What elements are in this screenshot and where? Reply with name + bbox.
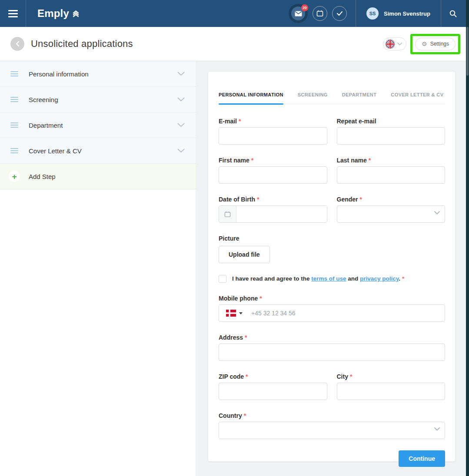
- dob-label: Date of Birth*: [219, 196, 327, 203]
- page-scrollbar[interactable]: [466, 0, 469, 476]
- chevron-down-icon[interactable]: [177, 149, 185, 153]
- required-marker: *: [360, 196, 362, 203]
- date-of-birth-input[interactable]: [236, 206, 327, 222]
- uk-flag-icon: [386, 40, 395, 49]
- application-form-card: PERSONAL INFORMATION SCREENING DEPARTMEN…: [208, 71, 456, 462]
- city-label: City*: [337, 373, 446, 380]
- calendar-picker-icon[interactable]: [219, 206, 236, 222]
- chevron-down-icon: [397, 43, 402, 46]
- upload-file-button[interactable]: Upload file: [219, 246, 270, 263]
- terms-consent-row: I have read and agree to the terms of us…: [219, 274, 445, 283]
- steps-sidebar: Personal information Screening Departmen…: [0, 61, 196, 476]
- required-marker: *: [369, 157, 371, 164]
- logo-text: Emply: [37, 7, 69, 20]
- terms-of-use-link[interactable]: terms of use: [311, 275, 346, 282]
- step-label: Cover Letter & CV: [29, 147, 82, 155]
- drag-handle-icon[interactable]: [10, 97, 18, 102]
- terms-checkbox[interactable]: [219, 275, 226, 283]
- sidebar-item-cover-letter-cv[interactable]: Cover Letter & CV: [0, 138, 196, 164]
- privacy-policy-link[interactable]: privacy policy: [360, 275, 399, 282]
- continue-button[interactable]: Continue: [399, 450, 445, 467]
- search-button[interactable]: [441, 0, 465, 27]
- search-icon: [449, 10, 457, 17]
- user-menu[interactable]: SS Simon Svenstrup: [356, 0, 441, 27]
- repeat-email-field[interactable]: [337, 127, 446, 145]
- drag-handle-icon[interactable]: [10, 71, 18, 76]
- hamburger-menu-icon[interactable]: [0, 0, 26, 27]
- email-field[interactable]: [219, 127, 327, 145]
- country-label: Country*: [219, 412, 445, 419]
- settings-button[interactable]: ⚙ Settings: [415, 38, 456, 50]
- denmark-flag-icon[interactable]: [226, 310, 236, 317]
- zip-code-label: ZIP code*: [219, 373, 327, 380]
- tab-department[interactable]: DEPARTMENT: [342, 92, 377, 104]
- required-marker: *: [239, 118, 241, 125]
- required-marker: *: [350, 373, 352, 380]
- top-navbar: Emply 20: [0, 0, 469, 27]
- required-marker: *: [245, 334, 247, 341]
- country-select[interactable]: [219, 422, 445, 439]
- page-header: Unsolicited applications: [0, 27, 466, 61]
- required-marker: *: [244, 412, 246, 419]
- city-field[interactable]: [337, 383, 446, 400]
- repeat-email-label: Repeat e-mail: [337, 118, 446, 125]
- step-label: Screening: [29, 96, 58, 103]
- chevron-down-icon[interactable]: [177, 97, 185, 102]
- plus-icon: +: [9, 171, 20, 182]
- address-field[interactable]: [219, 344, 445, 361]
- add-step-button[interactable]: + Add Step: [0, 164, 196, 189]
- gender-select[interactable]: [337, 205, 446, 223]
- tab-personal-information[interactable]: PERSONAL INFORMATION: [219, 92, 283, 104]
- date-of-birth-field[interactable]: [219, 205, 327, 223]
- scrollbar-thumb[interactable]: [466, 27, 469, 76]
- zip-code-field[interactable]: [219, 383, 327, 400]
- first-name-label: First name*: [219, 157, 327, 164]
- back-button[interactable]: [10, 37, 24, 51]
- required-marker: *: [257, 196, 259, 203]
- avatar: SS: [366, 7, 379, 20]
- country-select-value[interactable]: [219, 422, 445, 439]
- last-name-field[interactable]: [337, 166, 446, 184]
- sidebar-item-personal-information[interactable]: Personal information: [0, 61, 196, 87]
- gender-label: Gender*: [337, 196, 446, 203]
- user-name: Simon Svenstrup: [384, 10, 430, 17]
- email-label: E-mail*: [219, 118, 327, 125]
- mobile-phone-input[interactable]: [243, 310, 445, 317]
- check-icon: [336, 11, 343, 16]
- settings-label: Settings: [430, 41, 449, 47]
- mobile-phone-field: [219, 304, 445, 322]
- emply-logo-mark-icon: [72, 10, 80, 18]
- mail-badge: 20: [301, 4, 308, 11]
- required-marker: *: [251, 157, 253, 164]
- emply-logo[interactable]: Emply: [37, 0, 80, 27]
- required-marker: *: [402, 275, 404, 282]
- personal-information-form: E-mail* Repeat e-mail First name* Last n…: [219, 104, 445, 467]
- sidebar-item-department[interactable]: Department: [0, 112, 196, 138]
- calendar-icon: [316, 10, 323, 17]
- required-marker: *: [246, 373, 248, 380]
- language-selector[interactable]: [383, 37, 406, 50]
- messages-button[interactable]: 20: [289, 4, 308, 23]
- gender-select-value[interactable]: [337, 205, 446, 223]
- tab-cover-letter-cv[interactable]: COVER LETTER & CV: [391, 92, 443, 104]
- address-label: Address*: [219, 334, 445, 341]
- main-content: PERSONAL INFORMATION SCREENING DEPARTMEN…: [196, 61, 466, 476]
- picture-label: Picture: [219, 235, 445, 242]
- navbar-right: 20 SS Simon Svenstrup: [284, 0, 469, 27]
- mobile-phone-label: Mobile phone*: [219, 295, 445, 302]
- gear-icon: ⚙: [422, 41, 427, 47]
- drag-handle-icon[interactable]: [10, 122, 18, 128]
- calendar-button[interactable]: [313, 6, 327, 21]
- tasks-button[interactable]: [332, 6, 347, 21]
- required-marker: *: [259, 295, 262, 302]
- first-name-field[interactable]: [219, 166, 327, 184]
- tab-screening[interactable]: SCREENING: [298, 92, 328, 104]
- last-name-label: Last name*: [337, 157, 446, 164]
- step-label: Personal information: [29, 70, 89, 78]
- chevron-down-icon[interactable]: [177, 123, 185, 127]
- chevron-down-icon[interactable]: [177, 72, 185, 76]
- flag-dropdown-caret-icon[interactable]: [239, 312, 243, 314]
- drag-handle-icon[interactable]: [10, 148, 18, 153]
- sidebar-item-screening[interactable]: Screening: [0, 87, 196, 112]
- add-step-label: Add Step: [29, 173, 56, 180]
